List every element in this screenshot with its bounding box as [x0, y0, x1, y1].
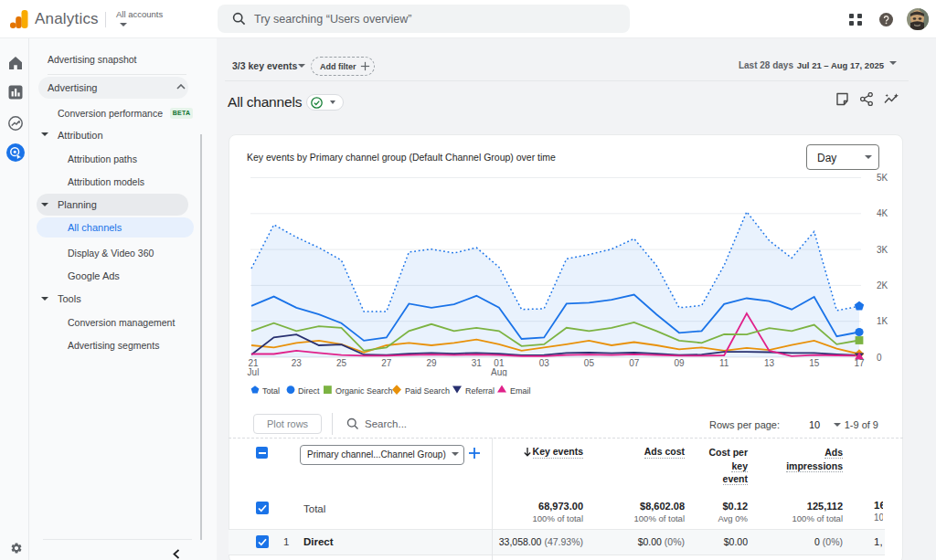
svg-text:0: 0: [877, 353, 882, 363]
svg-text:2K: 2K: [877, 280, 888, 291]
svg-text:Aug: Aug: [491, 367, 507, 376]
svg-text:15: 15: [809, 358, 820, 368]
svg-text:23: 23: [292, 358, 303, 368]
svg-text:17: 17: [854, 358, 865, 368]
svg-text:3K: 3K: [877, 245, 888, 255]
svg-text:07: 07: [629, 358, 640, 368]
svg-text:Jul: Jul: [248, 367, 260, 376]
svg-text:11: 11: [719, 358, 729, 368]
svg-text:4K: 4K: [877, 208, 888, 218]
svg-text:05: 05: [584, 358, 595, 368]
svg-text:09: 09: [674, 358, 685, 368]
svg-text:1K: 1K: [877, 316, 888, 326]
svg-text:5K: 5K: [877, 173, 888, 183]
svg-text:27: 27: [381, 358, 392, 368]
svg-text:25: 25: [336, 358, 347, 368]
svg-text:29: 29: [426, 358, 437, 368]
svg-text:Organic Search: Organic Search: [335, 386, 393, 396]
svg-text:Paid Search: Paid Search: [405, 386, 450, 396]
svg-text:03: 03: [539, 358, 550, 368]
svg-text:Email: Email: [510, 386, 531, 396]
svg-text:Direct: Direct: [298, 386, 320, 396]
svg-text:31: 31: [472, 358, 483, 368]
svg-text:Referral: Referral: [465, 386, 495, 396]
svg-text:13: 13: [764, 358, 775, 368]
svg-text:Total: Total: [262, 386, 280, 396]
